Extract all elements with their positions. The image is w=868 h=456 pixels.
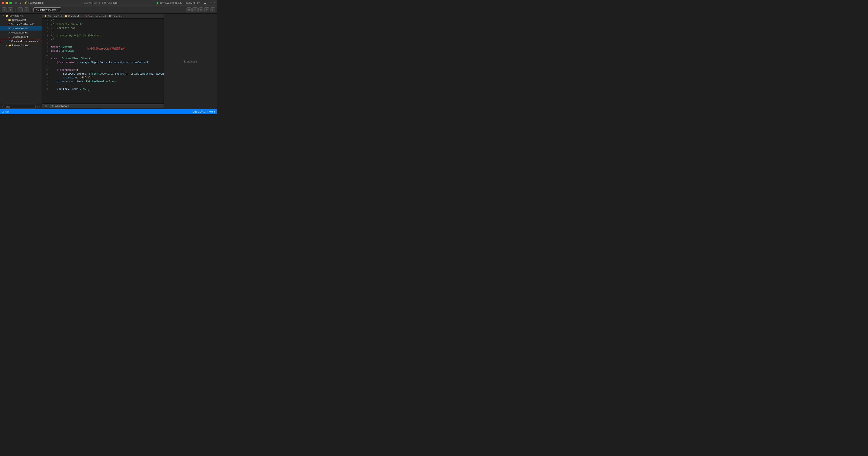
code-line-4: 4 // [42, 30, 164, 34]
status-encoding: UTF-8 [209, 111, 215, 113]
status-bar: ⎇ main Line: 1 Col: 1 | UTF-8 [0, 109, 217, 114]
filter-input[interactable] [4, 105, 36, 109]
status-text: CoredataTest: Ready [160, 2, 182, 4]
code-line-16: 16 animation: .default) [42, 76, 164, 80]
status-line-col: Line: 1 Col: 1 [193, 111, 205, 113]
chevron-down-icon: ▾ [3, 14, 4, 17]
content-area: ⚡ CoredataTest › 📂 CoredataTest › S Cont… [42, 13, 164, 109]
sidebar-item-xcdatamodel[interactable]: D CoredataTest.xcdatamodeld [0, 39, 42, 43]
assets-label: Assets.xcassets [11, 31, 28, 34]
right-panel-toggle[interactable]: ⊞ [210, 7, 215, 12]
code-line-18: 18 [42, 84, 164, 87]
content-view-badge[interactable]: ContentView [50, 104, 69, 108]
xrpluse-link[interactable]: 朱小明的XRPluse [99, 1, 117, 4]
preview-toolbar: ⚙ ContentView [42, 103, 164, 108]
status-separator: | [207, 111, 208, 113]
status-indicator [157, 2, 158, 4]
code-editor[interactable]: 这个就是coreData的数据库文件 1 // 2 // ContentView… [42, 19, 164, 103]
settings-button[interactable]: ⚙ [204, 7, 209, 12]
status-bar-branch: ⎇ main [2, 111, 9, 113]
breadcrumb-file-label: ContentView.swift [88, 15, 106, 18]
breadcrumb-item-project[interactable]: CoredataTest [48, 15, 62, 18]
code-line-5: 5 // Created by 朱小明 on 2024/3/4. [42, 34, 164, 38]
cloud-icon: ☁ [204, 1, 206, 4]
status-bar-right: Line: 1 Col: 1 | UTF-8 [193, 111, 215, 113]
folder-icon: 📁 [6, 14, 9, 17]
titlebar-project-icon: ⚡ [24, 1, 28, 4]
back-button[interactable]: ‹ [18, 7, 23, 12]
split-button[interactable]: ⊟ [198, 7, 204, 12]
content-view-dot [52, 105, 53, 107]
preview-settings-button[interactable]: ⚙ [44, 104, 48, 108]
code-line-10: 10 [42, 53, 164, 57]
tab-close-button[interactable]: × [57, 8, 59, 11]
group-label: CoredataTest [12, 19, 26, 21]
code-line-13: 13 [42, 64, 164, 68]
swift-file-icon: S [8, 23, 10, 25]
forward-button[interactable]: › [24, 7, 29, 12]
chevron-down-icon: ▾ [6, 19, 7, 21]
filter-add-icon[interactable]: + [39, 105, 40, 108]
sidebar: ▾ 📁 CoredataTest ▾ 📂 CoredataTest S Core… [0, 13, 42, 109]
breadcrumb-item-file[interactable]: S ContentView.swift [85, 15, 106, 18]
code-line-2: 2 // ContentView.swift [42, 23, 164, 26]
group-folder-icon: 📂 [8, 19, 11, 22]
breadcrumb-project-label: CoredataTest [48, 15, 62, 18]
code-line-14: 14 @FetchRequest( [42, 68, 164, 72]
breadcrumb-file-icon: S [85, 15, 87, 17]
sidebar-toggle-button[interactable]: ⊞ [2, 7, 7, 12]
traffic-lights [2, 2, 12, 4]
layout-button[interactable]: ≡ [192, 7, 197, 12]
contentview-tab[interactable]: ● ContentView.swift × [33, 7, 61, 12]
toolbar-separator-2 [31, 8, 31, 12]
breadcrumb-icon: ⚡ [44, 14, 47, 18]
xcdatamodel-label: CoredataTest.xcdatamodeld [11, 40, 40, 42]
xcdatamodel-icon: D [9, 40, 10, 42]
toolbar-separator-1 [15, 8, 16, 12]
preview-area: ⚙ ContentView [42, 103, 164, 109]
main-layout: ▾ 📁 CoredataTest ▾ 📂 CoredataTest S Core… [0, 13, 217, 109]
content-view-label: ContentView [54, 105, 67, 107]
sidebar-item-coredatatest-root[interactable]: ▾ 📁 CoredataTest [0, 13, 42, 18]
status-time: Today at 11:29 [186, 2, 201, 4]
inspector-toggle-button[interactable]: ⊡ [186, 7, 192, 12]
sidebar-spacer [0, 48, 42, 104]
minimize-window-button[interactable] [5, 2, 8, 4]
code-line-17: 17 private var items: FetchedResults<Ite… [42, 80, 164, 84]
sidebar-item-persistence[interactable]: S Persistence.swift [0, 35, 42, 39]
xcassets-icon: A [8, 31, 10, 34]
titlebar-status: CoredataTest: Ready | Today at 11:29 ☁ +… [157, 1, 215, 4]
navigator-icon[interactable]: ▶ [19, 1, 22, 4]
no-selection-text: No Selection [183, 60, 198, 63]
tab-label: ContentView.swift [38, 8, 56, 11]
add-button[interactable]: + [8, 7, 13, 12]
code-line-8: 8 import SwiftUI [42, 45, 164, 49]
project-root-label: CoredataTest [9, 14, 23, 17]
sidebar-item-coredatatest-group[interactable]: ▾ 📂 CoredataTest [0, 18, 42, 22]
sidebar-item-preview-content[interactable]: ▸ 📁 Preview Content [0, 43, 42, 48]
coredatatest-link[interactable]: CoredataTest [83, 2, 96, 4]
toolbar: ⊞ + ‹ › ● ContentView.swift × ⊡ ≡ ⊟ ⚙ ⊞ [0, 6, 217, 13]
code-line-19: 19 var body: some View { [42, 87, 164, 91]
code-line-11: 11 struct ContentView: View { [42, 57, 164, 61]
titlebar: □ ▶ ⚡ CoredataTest CoredataTest › 朱小明的XR… [0, 0, 217, 6]
filter-options-icon[interactable]: ⚙ [36, 105, 38, 108]
breadcrumb-item-group[interactable]: 📂 CoredataTest [65, 15, 82, 18]
code-line-6: 6 // [42, 38, 164, 41]
code-line-3: 3 // CoredataTest [42, 26, 164, 30]
breadcrumb-item-selection[interactable]: No Selection [109, 15, 122, 18]
sidebar-toggle-icon[interactable]: □ [14, 1, 18, 4]
status-separator: | [184, 2, 184, 4]
titlebar-project-name: CoredataTest [28, 1, 43, 4]
swift-file-icon: S [8, 27, 10, 30]
add-tab-button[interactable]: + [210, 2, 211, 4]
swift-file-icon: S [8, 36, 10, 38]
sidebar-item-app-swift[interactable]: S CoredataTestApp.swift [0, 22, 42, 26]
sidebar-item-assets[interactable]: A Assets.xcassets [0, 31, 42, 35]
close-window-button[interactable] [2, 2, 4, 4]
editor-split: 这个就是coreData的数据库文件 1 // 2 // ContentView… [42, 19, 164, 109]
window-resize-icon[interactable]: ⤢ [213, 1, 215, 4]
sidebar-item-contentview-swift[interactable]: S ContentView.swift [0, 26, 42, 31]
breadcrumb-group-label: CoredataTest [68, 15, 82, 18]
fullscreen-window-button[interactable] [9, 2, 12, 4]
